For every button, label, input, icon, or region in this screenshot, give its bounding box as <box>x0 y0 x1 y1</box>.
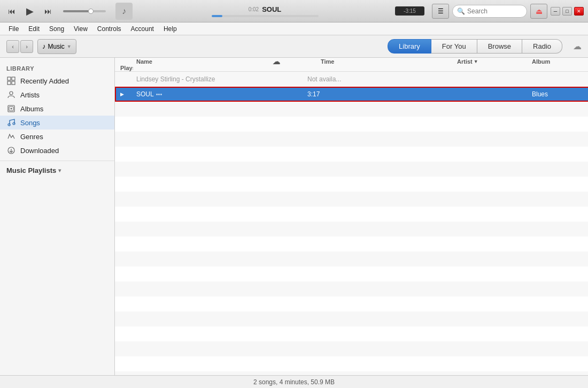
main-tabs: Library For You Browse Radio <box>388 39 562 54</box>
main-layout: Library Recently Added Artists <box>0 58 588 375</box>
menu-song[interactable]: Song <box>45 24 68 34</box>
tab-library[interactable]: Library <box>388 39 431 54</box>
table-row <box>115 162 588 177</box>
col-plays[interactable]: Plays <box>117 65 133 71</box>
cell-indicator: ▶ <box>117 92 133 97</box>
forward-button[interactable]: ⏭ <box>41 4 56 19</box>
search-box[interactable]: 🔍 <box>452 5 527 18</box>
albums-icon <box>6 104 16 113</box>
time-elapsed: 0:02 <box>249 6 259 12</box>
content-area: Name ☁ Time Artist ▼ Album Genre ♡ Pla <box>115 58 588 375</box>
search-input[interactable] <box>467 7 522 15</box>
table-row <box>115 102 588 117</box>
table-row[interactable]: Lindsey Stirling - Crystallize Not avail… <box>115 72 588 87</box>
table-row <box>115 356 588 371</box>
albums-label: Albums <box>20 105 43 113</box>
table-row <box>115 132 588 147</box>
col-artist[interactable]: Artist ▼ <box>454 58 529 65</box>
search-icon: 🔍 <box>457 7 465 15</box>
genres-icon <box>6 132 16 141</box>
artists-label: Artists <box>20 91 40 99</box>
table-row <box>115 237 588 252</box>
song-dots: ••• <box>156 91 163 97</box>
close-button[interactable]: ✕ <box>574 7 584 16</box>
window-controls: ─ □ ✕ <box>551 7 584 16</box>
table-row <box>115 311 588 326</box>
sidebar-item-genres[interactable]: Genres <box>0 130 114 143</box>
minimize-button[interactable]: ─ <box>551 7 560 16</box>
lcd-time-display: -3:15 <box>395 6 424 16</box>
airplay-button[interactable]: ⏏ <box>530 4 547 19</box>
rewind-button[interactable]: ⏮ <box>4 4 19 19</box>
songs-label: Songs <box>20 119 40 127</box>
sidebar-item-albums[interactable]: Albums <box>0 102 114 116</box>
now-playing-info: 0:02 SOUL <box>138 5 392 17</box>
table-header: Name ☁ Time Artist ▼ Album Genre ♡ Pla <box>115 58 588 72</box>
sidebar-item-downloaded[interactable]: Downloaded <box>0 143 114 157</box>
table-row <box>115 371 588 375</box>
nav-bar: ‹ › ♪ Music ▼ Library For You Browse Rad… <box>0 35 588 58</box>
col-name[interactable]: Name <box>133 58 269 65</box>
svg-rect-3 <box>12 81 15 85</box>
tab-browse[interactable]: Browse <box>477 39 522 54</box>
downloaded-label: Downloaded <box>20 147 59 155</box>
nav-back-button[interactable]: ‹ <box>6 40 19 53</box>
music-playlists-header[interactable]: Music Playlists ▾ <box>0 164 114 177</box>
music-playlists-chevron: ▾ <box>58 168 61 173</box>
nav-forward-button[interactable]: › <box>20 40 33 53</box>
recently-added-icon <box>6 76 16 86</box>
table-row <box>115 222 588 237</box>
cell-time: Not availa... <box>304 75 352 83</box>
album-art: ♪ <box>115 3 133 20</box>
menu-help[interactable]: Help <box>159 24 181 34</box>
music-selector[interactable]: ♪ Music ▼ <box>37 39 76 54</box>
sidebar: Library Recently Added Artists <box>0 58 115 375</box>
table-row <box>115 147 588 162</box>
col-cloud: ☁ <box>269 57 318 66</box>
artists-icon <box>6 90 16 100</box>
col-album[interactable]: Album <box>529 58 588 65</box>
table-row[interactable]: ▶ SOUL ••• 3:17 Blues 2 <box>115 87 588 102</box>
menu-account[interactable]: Account <box>127 24 158 34</box>
play-button[interactable]: ▶ <box>22 4 37 19</box>
menu-edit[interactable]: Edit <box>24 24 44 34</box>
menu-file[interactable]: File <box>4 24 23 34</box>
table-body: Lindsey Stirling - Crystallize Not avail… <box>115 72 588 375</box>
title-bar: ⏮ ▶ ⏭ ♪ 0:02 SOUL -3:15 ☰ 🔍 ⏏ ─ □ ✕ <box>0 0 588 22</box>
table-row <box>115 207 588 222</box>
sidebar-item-artists[interactable]: Artists <box>0 88 114 102</box>
menu-controls[interactable]: Controls <box>93 24 126 34</box>
col-time[interactable]: Time <box>318 58 454 65</box>
volume-slider[interactable] <box>63 10 106 12</box>
volume-control[interactable] <box>61 10 108 12</box>
table-row <box>115 326 588 341</box>
artist-sort-icon: ▼ <box>474 59 478 64</box>
table-row <box>115 282 588 296</box>
sidebar-item-recently-added[interactable]: Recently Added <box>0 74 114 88</box>
song-name: SOUL <box>136 90 154 98</box>
status-bar: 2 songs, 4 minutes, 50.9 MB <box>0 375 588 388</box>
nav-arrows: ‹ › <box>6 40 33 53</box>
svg-rect-0 <box>7 77 11 80</box>
icloud-icon[interactable]: ☁ <box>573 41 582 51</box>
sidebar-separator <box>0 161 114 161</box>
song-title: SOUL <box>262 5 281 13</box>
sidebar-item-songs[interactable]: Songs <box>0 116 114 130</box>
cell-name: Lindsey Stirling - Crystallize <box>133 75 283 83</box>
tab-radio[interactable]: Radio <box>522 39 562 54</box>
music-note-icon: ♪ <box>42 42 46 50</box>
menu-bar: File Edit Song View Controls Account Hel… <box>0 22 588 35</box>
table-row <box>115 252 588 267</box>
svg-rect-2 <box>7 81 11 85</box>
table-row <box>115 296 588 311</box>
cell-name: SOUL ••• <box>133 90 283 98</box>
list-view-button[interactable]: ☰ <box>432 4 449 19</box>
music-selector-chevron: ▼ <box>67 44 72 49</box>
menu-view[interactable]: View <box>69 24 92 34</box>
recently-added-label: Recently Added <box>20 77 69 85</box>
music-playlists-label: Music Playlists <box>6 166 56 174</box>
svg-point-4 <box>10 92 13 95</box>
svg-rect-1 <box>12 77 15 80</box>
tab-foryou[interactable]: For You <box>431 39 477 54</box>
maximize-button[interactable]: □ <box>562 7 572 16</box>
